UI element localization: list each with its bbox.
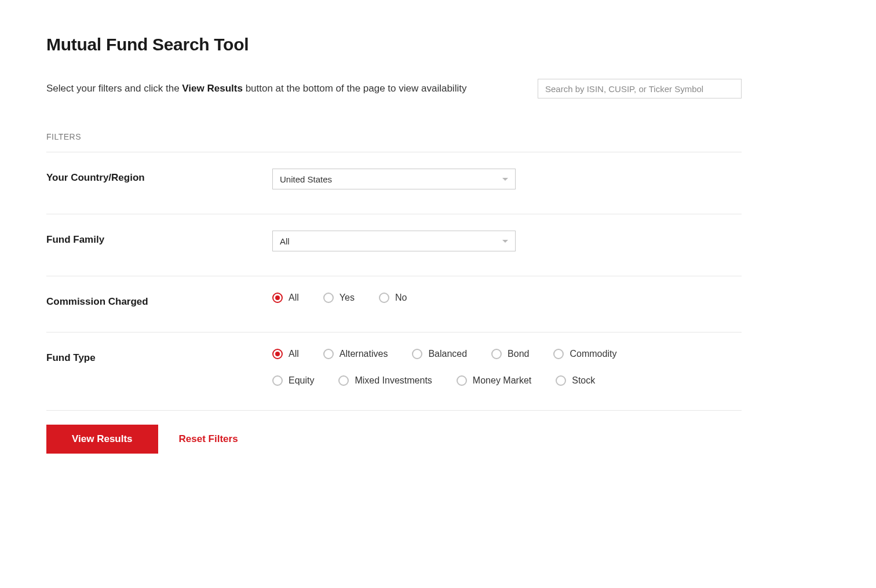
commission-charged-label: Commission Charged <box>46 293 272 308</box>
fund-type-radio-all[interactable]: All <box>272 349 299 359</box>
view-results-button[interactable]: View Results <box>46 425 158 454</box>
radio-icon <box>556 375 566 386</box>
radio-label: Stock <box>572 375 595 386</box>
fund-family-selected-value: All <box>280 236 290 246</box>
country-region-control: United States <box>272 169 742 189</box>
filter-fund-type: Fund Type AllAlternativesBalancedBondCom… <box>46 332 742 410</box>
radio-label: Money Market <box>473 375 531 386</box>
fund-type-radio-money-market[interactable]: Money Market <box>457 375 531 386</box>
filter-commission-charged: Commission Charged AllYesNo <box>46 276 742 332</box>
fund-family-select[interactable]: All <box>272 231 516 251</box>
filter-fund-family: Fund Family All <box>46 214 742 276</box>
top-row: Select your filters and click the View R… <box>46 79 742 98</box>
radio-icon <box>272 375 283 386</box>
radio-icon <box>323 349 334 359</box>
radio-icon <box>457 375 467 386</box>
fund-type-label: Fund Type <box>46 349 272 364</box>
radio-label: All <box>289 349 299 359</box>
filter-country-region: Your Country/Region United States <box>46 152 742 214</box>
fund-type-radio-equity[interactable]: Equity <box>272 375 314 386</box>
country-region-select[interactable]: United States <box>272 169 516 189</box>
instruction-suffix: button at the bottom of the page to view… <box>243 83 467 94</box>
radio-icon <box>491 349 502 359</box>
instruction-bold: View Results <box>182 83 243 94</box>
fund-type-control: AllAlternativesBalancedBondCommodityEqui… <box>272 349 742 386</box>
actions-row: View Results Reset Filters <box>46 410 742 454</box>
search-input[interactable] <box>538 79 742 98</box>
radio-icon <box>272 349 283 359</box>
radio-icon <box>323 293 334 303</box>
instruction-prefix: Select your filters and click the <box>46 83 182 94</box>
commission-radio-all[interactable]: All <box>272 293 299 303</box>
instruction-text: Select your filters and click the View R… <box>46 83 466 94</box>
chevron-down-icon <box>502 240 508 243</box>
radio-label: Alternatives <box>340 349 388 359</box>
radio-icon <box>553 349 564 359</box>
radio-label: No <box>395 293 407 303</box>
radio-label: Bond <box>508 349 529 359</box>
fund-type-radio-mixed-investments[interactable]: Mixed Investments <box>338 375 432 386</box>
fund-type-radio-stock[interactable]: Stock <box>556 375 595 386</box>
radio-icon <box>412 349 422 359</box>
radio-label: Commodity <box>570 349 616 359</box>
commission-radio-group: AllYesNo <box>272 293 742 303</box>
commission-radio-yes[interactable]: Yes <box>323 293 355 303</box>
commission-radio-no[interactable]: No <box>379 293 407 303</box>
radio-label: Mixed Investments <box>355 375 432 386</box>
radio-label: Equity <box>289 375 314 386</box>
filters-heading: FILTERS <box>46 132 742 141</box>
fund-type-radio-commodity[interactable]: Commodity <box>553 349 616 359</box>
page-title: Mutual Fund Search Tool <box>46 35 742 54</box>
fund-type-radio-alternatives[interactable]: Alternatives <box>323 349 388 359</box>
radio-label: All <box>289 293 299 303</box>
radio-icon <box>272 293 283 303</box>
radio-label: Balanced <box>428 349 467 359</box>
commission-charged-control: AllYesNo <box>272 293 742 303</box>
reset-filters-button[interactable]: Reset Filters <box>179 433 238 445</box>
fund-type-radio-group: AllAlternativesBalancedBondCommodityEqui… <box>272 349 632 386</box>
country-region-label: Your Country/Region <box>46 169 272 184</box>
radio-icon <box>379 293 389 303</box>
country-region-selected-value: United States <box>280 174 332 184</box>
chevron-down-icon <box>502 178 508 181</box>
radio-icon <box>338 375 349 386</box>
fund-type-radio-balanced[interactable]: Balanced <box>412 349 467 359</box>
fund-type-radio-bond[interactable]: Bond <box>491 349 529 359</box>
fund-family-control: All <box>272 231 742 251</box>
radio-label: Yes <box>340 293 355 303</box>
fund-family-label: Fund Family <box>46 231 272 246</box>
